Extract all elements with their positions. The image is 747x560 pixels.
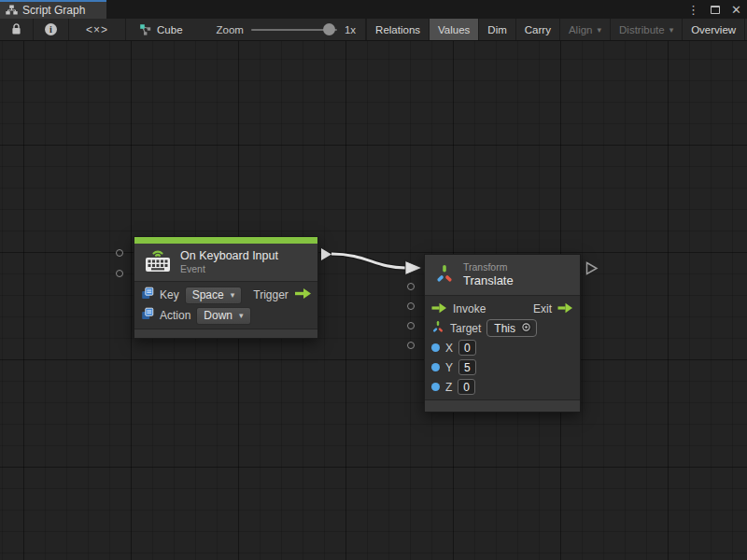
window-close-icon[interactable]: ✕	[731, 4, 741, 16]
chevron-down-icon: ▾	[231, 290, 235, 300]
graph-target-label: Cube	[157, 24, 183, 35]
zoom-slider-handle[interactable]	[323, 23, 335, 35]
inspect-button[interactable]: i	[34, 19, 69, 40]
graph-canvas[interactable]: On Keyboard Input Event Key Space ▾	[0, 41, 747, 560]
node-footer	[425, 399, 580, 412]
enum-icon	[141, 307, 154, 324]
graph-hierarchy-icon	[6, 2, 18, 19]
key-dropdown[interactable]: Space ▾	[185, 287, 243, 304]
connection-wire	[0, 41, 747, 560]
node-header[interactable]: On Keyboard Input Event	[134, 244, 317, 281]
trigger-output-port[interactable]	[320, 247, 332, 261]
trigger-label: Trigger	[253, 288, 289, 301]
node-category: Transform	[463, 261, 514, 273]
key-input-port[interactable]	[116, 249, 123, 257]
y-value-input[interactable]: 5	[458, 359, 476, 375]
values-button[interactable]: Values	[429, 19, 478, 40]
chevron-down-icon: ▾	[598, 25, 602, 35]
key-port-row: Key Space ▾ Trigger	[141, 285, 311, 305]
node-translate[interactable]: Transform Translate Invoke Exit	[424, 254, 581, 413]
toolbar-right-group: Relations Values Dim Carry Align▾ Distri…	[366, 19, 747, 40]
x-value-input[interactable]: 0	[458, 340, 476, 356]
overview-button[interactable]: Overview	[682, 19, 744, 40]
node-header[interactable]: Transform Translate	[425, 255, 580, 295]
y-port-row: Y 5	[431, 357, 573, 377]
x-port-row: X 0	[431, 338, 573, 357]
enum-icon	[141, 287, 154, 303]
graph-icon	[139, 23, 151, 35]
info-icon: i	[45, 23, 57, 35]
graph-target: Cube	[126, 19, 192, 40]
z-label: Z	[445, 381, 452, 394]
distribute-button[interactable]: Distribute▾	[610, 19, 682, 40]
target-label: Target	[450, 322, 481, 335]
zoom-label: Zoom	[217, 24, 244, 35]
tab-title: Script Graph	[22, 4, 85, 17]
node-subtitle: Event	[180, 263, 278, 275]
node-title: On Keyboard Input	[180, 249, 278, 264]
action-label: Action	[160, 309, 190, 322]
z-value-input[interactable]: 0	[458, 379, 475, 395]
event-color-bar	[134, 237, 317, 244]
window-menu-icon[interactable]: ⋮	[687, 4, 699, 16]
y-input-port[interactable]	[407, 322, 415, 329]
transform-icon	[434, 263, 455, 287]
action-port-row: Action Down ▾	[141, 305, 311, 326]
invoke-port-row: Invoke Exit	[431, 299, 573, 318]
transform-small-icon	[431, 320, 444, 337]
chevron-down-icon: ▾	[669, 25, 674, 35]
relations-button[interactable]: Relations	[366, 19, 429, 40]
target-value-chip[interactable]: This	[486, 319, 537, 337]
window-controls: ⋮ ✕	[687, 0, 741, 19]
keyboard-icon	[144, 248, 172, 276]
z-input-port[interactable]	[407, 342, 415, 349]
invoke-label: Invoke	[453, 302, 486, 315]
node-title: Translate	[463, 273, 514, 288]
zoom-slider[interactable]	[251, 29, 337, 31]
exit-label: Exit	[533, 302, 552, 315]
value-port-dot	[431, 343, 440, 352]
y-label: Y	[445, 361, 453, 374]
trigger-arrow-icon[interactable]	[294, 287, 312, 303]
chevron-down-icon: ▾	[239, 311, 244, 320]
action-dropdown[interactable]: Down ▾	[196, 307, 250, 325]
code-preview-button[interactable]: <×>	[69, 19, 126, 40]
node-body: Invoke Exit	[425, 296, 580, 399]
align-button[interactable]: Align▾	[559, 19, 610, 40]
z-port-row: Z 0	[431, 377, 573, 397]
invoke-arrow-icon[interactable]	[431, 301, 447, 317]
target-picker-icon[interactable]	[520, 321, 532, 336]
x-input-port[interactable]	[407, 302, 415, 310]
exit-output-port[interactable]	[585, 261, 599, 275]
action-input-port[interactable]	[116, 270, 123, 277]
value-port-dot	[431, 363, 440, 371]
node-footer	[134, 329, 317, 338]
node-body: Key Space ▾ Trigger	[134, 282, 317, 329]
x-label: X	[445, 342, 453, 355]
zoom-control: Zoom 1x	[192, 19, 367, 40]
window-maximize-icon[interactable]	[711, 6, 720, 14]
window-tab-bar: Script Graph ⋮ ✕	[0, 0, 747, 19]
carry-button[interactable]: Carry	[515, 19, 559, 40]
target-port-row: Target This	[431, 318, 573, 338]
lock-button[interactable]	[0, 19, 34, 40]
lock-icon	[11, 23, 21, 35]
dim-button[interactable]: Dim	[478, 19, 514, 40]
target-input-port[interactable]	[407, 283, 415, 290]
key-label: Key	[160, 288, 179, 301]
zoom-value: 1x	[345, 24, 356, 35]
value-port-dot	[431, 383, 440, 391]
graph-toolbar: i <×> Cube Zoom 1x Relations Values Dim …	[0, 19, 747, 41]
exit-arrow-icon[interactable]	[557, 301, 573, 317]
tab-script-graph[interactable]: Script Graph	[0, 0, 106, 19]
node-on-keyboard-input[interactable]: On Keyboard Input Event Key Space ▾	[134, 236, 318, 339]
code-preview-icon: <×>	[86, 23, 108, 36]
